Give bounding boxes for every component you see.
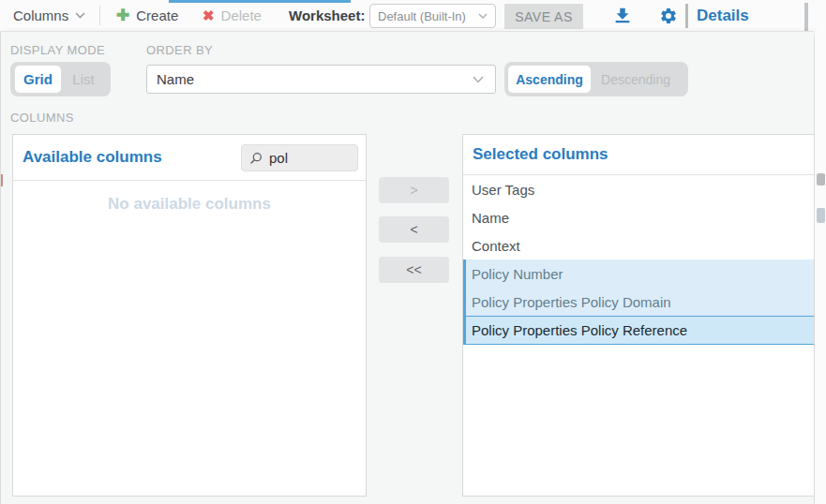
columns-config-panel: DISPLAY MODE ORDER BY Grid List Name Asc… [0, 31, 814, 504]
selected-column-item[interactable]: Policy Properties Policy Domain [463, 288, 814, 316]
selected-column-item[interactable]: Context [463, 231, 814, 259]
selected-column-item[interactable]: Policy Number [463, 259, 814, 288]
delete-button[interactable]: ✖ Delete [203, 0, 262, 31]
selected-column-item[interactable]: User Tags [463, 175, 814, 203]
cross-icon: ✖ [203, 8, 215, 22]
selected-columns-panel: Selected columns User TagsNameContextPol… [462, 134, 815, 497]
columns-section-label: COLUMNS [10, 111, 74, 125]
selected-columns-header: Selected columns [463, 135, 814, 175]
app-root: Columns ✚ Create ✖ Delete Worksheet: Def… [0, 0, 826, 504]
move-left-button[interactable]: < [379, 216, 449, 243]
display-mode-list-option[interactable]: List [61, 66, 106, 93]
delete-button-label: Delete [221, 7, 262, 23]
chevron-down-icon [478, 13, 488, 19]
order-by-label: ORDER BY [146, 43, 213, 57]
toolbar-divider [99, 6, 100, 25]
underlying-page-strip [815, 31, 826, 504]
move-right-button[interactable]: > [379, 177, 449, 203]
underlying-page-fragment [817, 208, 825, 223]
selected-columns-title: Selected columns [473, 145, 608, 164]
columns-dropdown-button[interactable]: Columns [13, 0, 85, 31]
underlying-page-fragment [817, 173, 825, 185]
create-button[interactable]: ✚ Create [116, 0, 178, 31]
order-by-select-value: Name [157, 71, 194, 87]
display-mode-toggle: Grid List [10, 62, 111, 96]
display-mode-grid-option[interactable]: Grid [15, 66, 61, 93]
selected-column-item[interactable]: Policy Properties Policy Reference [463, 316, 814, 345]
scrollbar-thumb[interactable] [804, 3, 808, 31]
plus-icon: ✚ [116, 7, 129, 23]
available-columns-header: Available columns [13, 135, 366, 181]
worksheet-select[interactable]: Default (Built-In) [369, 4, 496, 28]
columns-dropdown-label: Columns [13, 7, 68, 23]
worksheet-label: Worksheet: [289, 0, 365, 31]
move-all-left-button[interactable]: << [379, 257, 449, 283]
gear-icon[interactable] [657, 6, 680, 26]
details-panel-divider [685, 4, 688, 28]
download-icon[interactable] [611, 6, 634, 26]
column-search-input[interactable] [269, 150, 344, 166]
column-search-box[interactable] [241, 144, 358, 171]
order-by-select[interactable]: Name [146, 65, 496, 94]
sort-ascending-option[interactable]: Ascending [508, 66, 591, 93]
available-columns-title: Available columns [23, 148, 162, 167]
chevron-down-icon [473, 76, 484, 83]
sort-direction-toggle: Ascending Descending [504, 62, 688, 96]
available-columns-panel: Available columns No available columns [12, 134, 367, 497]
details-title: Details [697, 0, 749, 31]
save-as-button[interactable]: SAVE AS [504, 4, 583, 29]
selected-columns-list: User TagsNameContextPolicy NumberPolicy … [463, 175, 814, 345]
worksheet-select-value: Default (Built-In) [378, 9, 466, 23]
no-available-columns-message: No available columns [13, 195, 366, 214]
create-button-label: Create [136, 7, 178, 23]
display-mode-label: DISPLAY MODE [10, 43, 105, 57]
search-icon [249, 152, 263, 165]
sort-descending-option[interactable]: Descending [591, 66, 681, 93]
chevron-down-icon [75, 12, 85, 19]
underlying-page-fragment [1, 174, 3, 186]
selected-column-item[interactable]: Name [463, 203, 814, 231]
toolbar: Columns ✚ Create ✖ Delete Worksheet: Def… [0, 0, 826, 31]
